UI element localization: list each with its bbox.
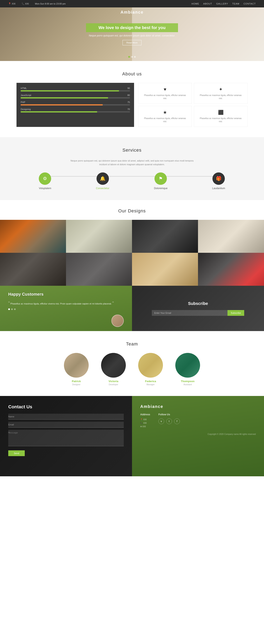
contact-name-input[interactable] [8, 414, 124, 420]
design-cell-1[interactable] [0, 220, 66, 253]
team-name-thompson: Thompson [171, 380, 204, 383]
service-icon-3: ⚑ [154, 172, 167, 185]
navbar: 📍 XXI 📞 XXI Mon-Sun 8:00 am to 23:00 pm … [0, 0, 264, 8]
testimonial-dot-1[interactable] [8, 308, 10, 310]
team-member-patrick: Patrick Designer [60, 353, 93, 386]
hero-dots [128, 56, 136, 58]
team-title: Team [17, 341, 247, 347]
team-role-thompson: Assistant [171, 384, 204, 386]
service-label-2: Consectetur [96, 187, 109, 190]
subscribe-title: Subscribe [188, 301, 208, 306]
hero-section: Ambiance We love to design the best for … [0, 8, 264, 61]
subscribe-panel: Subscribe Subscribe [132, 286, 264, 331]
nav-gallery[interactable]: GALLERY [216, 2, 228, 5]
service-doloremque: ⚑ Doloremque [154, 172, 167, 190]
location-info: 📍 XXI [8, 2, 16, 5]
feature-1: ♥ Phasellus ac maximus ligula, efficitur… [138, 83, 192, 104]
team-photo-thompson [175, 353, 200, 378]
team-name-patrick: Patrick [60, 380, 93, 383]
nav-about[interactable]: ABOUT [203, 2, 212, 5]
contact-email-input[interactable] [8, 422, 124, 428]
service-icon-2: 🔔 [97, 172, 109, 185]
service-icon-1: ⚙ [39, 172, 51, 185]
nav-home[interactable]: HOME [192, 2, 199, 5]
footer-copyright: Copyright © 2020 Company name All rights… [140, 433, 256, 435]
hero-dot-2[interactable] [131, 56, 133, 58]
hero-banner: We love to design the best for you [86, 23, 178, 32]
team-grid: Patrick Designer Victoria Developer Fede… [17, 353, 247, 386]
happy-customers-panel: Happy Customers " Phasellus ac maximus l… [0, 286, 132, 331]
social-section: Happy Customers " Phasellus ac maximus l… [0, 286, 264, 331]
footer-address-title: Address [140, 413, 150, 416]
about-title: About us [17, 71, 247, 77]
glass-icon: ✦ [198, 87, 243, 92]
footer-follow-title: Follow Us [158, 413, 180, 416]
nav-links: HOME ABOUT GALLERY TEAM CONTACT [192, 2, 256, 5]
team-member-victoria: Victoria Developer [97, 353, 130, 386]
design-cell-4[interactable] [198, 220, 264, 253]
design-cell-2[interactable] [66, 220, 132, 253]
team-name-federica: Federica [134, 380, 167, 383]
team-role-patrick: Designer [60, 384, 93, 386]
service-laudantium: 🎁 Laudantium [212, 172, 225, 190]
services-section: Services Neque porro quisquam est, qui d… [0, 137, 264, 200]
hero-dot-3[interactable] [134, 56, 136, 58]
footer-addr2: 📞 XXI [140, 422, 150, 424]
phone-info: 📞 XXI [22, 2, 29, 5]
services-description: Neque porro quisquam est, qui dolorem ip… [70, 159, 194, 166]
footer-social-col: Follow Us v t f [158, 413, 180, 429]
contact-message-input[interactable] [8, 430, 124, 446]
designs-section: Our Designs [0, 200, 264, 286]
team-member-federica: Federica Manager [134, 353, 167, 386]
nav-contact-info: 📍 XXI 📞 XXI Mon-Sun 8:00 am to 23:00 pm [8, 2, 66, 5]
designs-grid [0, 220, 264, 286]
twitter-icon[interactable]: t [166, 418, 172, 424]
team-photo-federica [138, 353, 163, 378]
footer-addr3: ✉ XXI [140, 426, 150, 428]
contact-send-button[interactable]: Send [8, 450, 25, 456]
footer-logo: Ambiance [140, 404, 256, 409]
skill-design: Designing 70 [21, 108, 130, 112]
subscribe-form: Subscribe [152, 310, 244, 316]
subscribe-email-input[interactable] [152, 310, 227, 316]
service-consectetur: 🔔 Consectetur [96, 172, 109, 190]
nav-team[interactable]: TEAM [232, 2, 239, 5]
design-cell-8[interactable] [198, 253, 264, 286]
service-label-4: Laudantium [212, 187, 225, 190]
services-title: Services [17, 148, 247, 153]
design-cell-6[interactable] [66, 253, 132, 286]
team-role-victoria: Developer [97, 384, 130, 386]
testimonial-text: " Phasellus ac maximus ligula, efficitur… [8, 300, 124, 306]
design-cell-5[interactable] [0, 253, 66, 286]
skill-js: JavaScript 80 [21, 94, 130, 98]
footer-columns: Address 📍 XXI 📞 XXI ✉ XXI Follow Us v t … [140, 413, 256, 429]
team-role-federica: Manager [134, 384, 167, 386]
hero-dot-1[interactable] [128, 56, 130, 58]
read-more-button[interactable]: Read More [123, 40, 141, 45]
heart-icon: ♥ [142, 87, 188, 92]
nav-contact[interactable]: CONTACT [243, 2, 256, 5]
footer-panel: Ambiance Address 📍 XXI 📞 XXI ✉ XXI Follo… [132, 396, 264, 476]
testimonial-dot-3[interactable] [14, 308, 16, 310]
services-timeline: ⚙ Voluptatem 🔔 Consectetur ⚑ Doloremque … [17, 172, 247, 190]
design-cell-7[interactable] [132, 253, 198, 286]
footer-address-col: Address 📍 XXI 📞 XXI ✉ XXI [140, 413, 150, 429]
skills-panel: HTML 90 JavaScript 80 PHP 75 [17, 83, 134, 127]
subscribe-button[interactable]: Subscribe [227, 310, 244, 316]
hero-content: We love to design the best for you Neque… [86, 23, 178, 45]
contact-title: Contact Us [8, 404, 124, 410]
skill-php: PHP 75 [21, 101, 130, 106]
design-cell-3[interactable] [132, 220, 198, 253]
timeline-line [40, 176, 224, 176]
facebook-icon[interactable]: f [174, 418, 180, 424]
testimonial-dot-2[interactable] [11, 308, 13, 310]
feature-2: ✦ Phasellus ac maximus ligula, efficitur… [194, 83, 247, 104]
feature-4: ⬛ Phasellus ac maximus ligula, efficitur… [194, 106, 247, 127]
bottom-section: Contact Us Send Ambiance Address 📍 XXI 📞… [0, 396, 264, 476]
service-icon-4: 🎁 [212, 172, 225, 185]
skill-html: HTML 90 [21, 87, 130, 92]
hours-info: Mon-Sun 8:00 am to 23:00 pm [35, 2, 66, 5]
star-icon: ★ [142, 110, 188, 115]
vimeo-icon[interactable]: v [158, 418, 164, 424]
service-label-1: Voluptatem [39, 187, 51, 190]
